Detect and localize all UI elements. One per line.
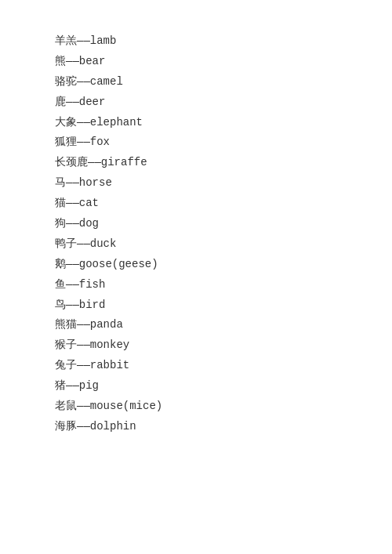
list-item: 老鼠——mouse(mice) xyxy=(55,396,337,417)
chinese-label: 大象 xyxy=(55,116,77,129)
list-item: 鹿——deer xyxy=(55,92,337,113)
chinese-label: 猪 xyxy=(55,379,66,392)
separator: —— xyxy=(77,400,90,412)
list-item: 鹅——goose(geese) xyxy=(55,255,337,275)
english-label: horse xyxy=(79,176,112,189)
separator: —— xyxy=(66,197,79,209)
english-label: mouse(mice) xyxy=(90,400,162,412)
separator: —— xyxy=(77,34,90,47)
separator: —— xyxy=(77,136,90,148)
separator: —— xyxy=(77,116,90,129)
list-item: 猫——cat xyxy=(55,194,337,214)
chinese-label: 海豚 xyxy=(55,420,77,433)
english-label: dog xyxy=(79,217,99,230)
english-label: deer xyxy=(79,96,106,108)
english-label: goose(geese) xyxy=(79,258,158,270)
list-item: 鱼——fish xyxy=(55,275,337,295)
list-item: 熊猫——panda xyxy=(55,315,337,335)
separator: —— xyxy=(66,278,79,291)
english-label: camel xyxy=(90,75,123,88)
list-item: 羊羔——lamb xyxy=(55,31,337,52)
chinese-label: 鸟 xyxy=(55,299,66,311)
chinese-label: 鹿 xyxy=(55,96,66,108)
english-label: pig xyxy=(79,379,99,392)
list-item: 狐狸——fox xyxy=(55,132,337,153)
separator: —— xyxy=(77,75,90,88)
list-item: 鸭子——duck xyxy=(55,234,337,255)
english-label: duck xyxy=(90,237,117,250)
list-item: 海豚——dolphin xyxy=(55,417,337,437)
chinese-label: 鸭子 xyxy=(55,237,77,250)
list-item: 熊——bear xyxy=(55,52,337,72)
english-label: giraffe xyxy=(101,156,147,168)
chinese-label: 羊羔 xyxy=(55,34,77,47)
english-label: fox xyxy=(90,136,110,148)
english-label: monkey xyxy=(90,339,129,351)
separator: —— xyxy=(66,176,79,189)
separator: —— xyxy=(88,156,101,168)
chinese-label: 猫 xyxy=(55,197,66,209)
chinese-label: 老鼠 xyxy=(55,400,77,412)
english-label: panda xyxy=(90,318,123,331)
list-item: 猪——pig xyxy=(55,376,337,396)
chinese-label: 马 xyxy=(55,176,66,189)
separator: —— xyxy=(77,359,90,371)
list-item: 狗——dog xyxy=(55,214,337,234)
english-label: fish xyxy=(79,278,106,291)
main-content: 羊羔——lamb熊——bear骆驼——camel鹿——deer大象——eleph… xyxy=(0,0,392,469)
separator: —— xyxy=(66,217,79,230)
english-label: elephant xyxy=(90,116,143,129)
list-item: 长颈鹿——giraffe xyxy=(55,153,337,173)
english-label: lamb xyxy=(90,34,117,47)
chinese-label: 狐狸 xyxy=(55,136,77,148)
separator: —— xyxy=(66,258,79,270)
english-label: bird xyxy=(79,299,106,311)
list-item: 兔子——rabbit xyxy=(55,356,337,376)
english-label: cat xyxy=(79,197,99,209)
list-item: 马——horse xyxy=(55,173,337,194)
list-item: 鸟——bird xyxy=(55,295,337,316)
separator: —— xyxy=(77,318,90,331)
chinese-label: 鱼 xyxy=(55,278,66,291)
separator: —— xyxy=(66,299,79,311)
separator: —— xyxy=(66,55,79,67)
chinese-label: 长颈鹿 xyxy=(55,156,88,168)
chinese-label: 熊猫 xyxy=(55,318,77,331)
separator: —— xyxy=(77,237,90,250)
chinese-label: 猴子 xyxy=(55,339,77,351)
english-label: rabbit xyxy=(90,359,129,371)
separator: —— xyxy=(66,96,79,108)
list-item: 骆驼——camel xyxy=(55,72,337,92)
chinese-label: 兔子 xyxy=(55,359,77,371)
separator: —— xyxy=(66,379,79,392)
chinese-label: 鹅 xyxy=(55,258,66,270)
list-item: 大象——elephant xyxy=(55,113,337,133)
separator: —— xyxy=(77,339,90,351)
chinese-label: 狗 xyxy=(55,217,66,230)
english-label: bear xyxy=(79,55,106,67)
chinese-label: 熊 xyxy=(55,55,66,67)
list-item: 猴子——monkey xyxy=(55,335,337,356)
english-label: dolphin xyxy=(90,420,136,433)
chinese-label: 骆驼 xyxy=(55,75,77,88)
animal-list: 羊羔——lamb熊——bear骆驼——camel鹿——deer大象——eleph… xyxy=(55,31,337,437)
separator: —— xyxy=(77,420,90,433)
